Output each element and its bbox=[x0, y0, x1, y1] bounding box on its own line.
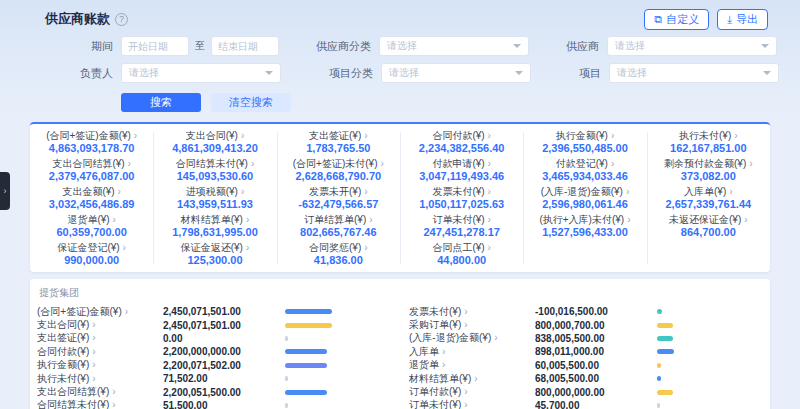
chevron-right-icon bbox=[746, 158, 752, 169]
metric-row[interactable]: 合同付款(¥) 2,200,000,000.00 bbox=[37, 345, 391, 358]
kpi-label: 支出金额(¥) bbox=[62, 186, 114, 197]
kpi-value: 4,861,309,413.20 bbox=[159, 142, 270, 154]
metric-value: 45,700.00 bbox=[535, 400, 657, 409]
kpi-value: 1,527,596,433.00 bbox=[529, 226, 640, 238]
metric-row[interactable]: (合同+签证)金额(¥) 2,450,071,501.00 bbox=[37, 305, 391, 318]
page-header: 供应商账款 ? ⧉ 自定义 ⤓ 导出 bbox=[30, 0, 770, 30]
metric-row[interactable]: 订单付款(¥) 800,000,000.00 bbox=[409, 385, 763, 398]
project-select[interactable]: 请选择 bbox=[609, 63, 779, 83]
kpi-cell[interactable]: 执行未付(¥) 162,167,851.00 bbox=[647, 128, 770, 156]
metric-bar bbox=[285, 336, 288, 341]
kpi-cell[interactable]: 支出签证(¥) 1,783,765.50 bbox=[277, 128, 400, 156]
chevron-right-icon bbox=[109, 386, 115, 397]
metric-value: 838,005,500.00 bbox=[535, 333, 657, 344]
metric-bar-track bbox=[657, 309, 763, 314]
kpi-cell[interactable]: (合同+签证)金额(¥) 4,863,093,178.70 bbox=[30, 128, 153, 156]
kpi-cell[interactable]: 执行金额(¥) 2,396,550,485.00 bbox=[523, 128, 646, 156]
kpi-label: 合同付款(¥) bbox=[432, 130, 484, 141]
kpi-cell[interactable]: 付款申请(¥) 3,047,119,493.46 bbox=[400, 156, 523, 184]
project-category-filter: 项目分类 请选择 bbox=[303, 63, 531, 83]
kpi-cell[interactable]: (合同+签证)未付(¥) 2,628,668,790.70 bbox=[277, 156, 400, 184]
metric-label: 材料结算单(¥) bbox=[409, 373, 471, 384]
metric-bar-track bbox=[285, 403, 391, 408]
kpi-cell[interactable]: 合同奖惩(¥) 41,836.00 bbox=[277, 240, 400, 268]
metric-row[interactable]: 支出合同结算(¥) 2,200,051,500.00 bbox=[37, 385, 391, 398]
group-metrics-right: 发票未付(¥) -100,016,500.00 采购订单(¥) 800,000,… bbox=[409, 305, 763, 409]
chevron-right-icon: › bbox=[4, 186, 7, 196]
kpi-cell[interactable]: 未返还保证金(¥) 864,700.00 bbox=[647, 212, 770, 240]
metric-row[interactable]: 支出签证(¥) 0.00 bbox=[37, 332, 391, 345]
metric-row[interactable]: 合同结算未付(¥) 51,500.00 bbox=[37, 399, 391, 409]
customize-button[interactable]: ⧉ 自定义 bbox=[644, 9, 709, 30]
kpi-cell[interactable]: 合同付款(¥) 2,234,382,556.40 bbox=[400, 128, 523, 156]
kpi-cell[interactable]: 订单结算单(¥) 802,665,767.46 bbox=[277, 212, 400, 240]
kpi-value: 1,783,765.50 bbox=[283, 142, 394, 154]
kpi-cell[interactable]: 材料结算单(¥) 1,798,631,995.00 bbox=[153, 212, 276, 240]
kpi-label: 合同结算未付(¥) bbox=[176, 158, 248, 169]
chevron-right-icon bbox=[378, 158, 384, 169]
kpi-value: -632,479,566.57 bbox=[283, 198, 394, 210]
kpi-cell[interactable]: 剩余预付款金额(¥) 373,082.00 bbox=[647, 156, 770, 184]
metric-row[interactable]: (入库-退货)金额(¥) 838,005,500.00 bbox=[409, 332, 763, 345]
kpi-value: 373,082.00 bbox=[653, 170, 764, 182]
owner-select[interactable]: 请选择 bbox=[121, 63, 281, 83]
clear-search-button[interactable]: 清空搜索 bbox=[211, 93, 291, 112]
metric-row[interactable]: 采购订单(¥) 800,000,700.00 bbox=[409, 318, 763, 331]
kpi-value: 41,836.00 bbox=[283, 254, 394, 266]
kpi-cell[interactable]: 进项税额(¥) 143,959,511.93 bbox=[153, 184, 276, 212]
chevron-right-icon bbox=[624, 214, 630, 225]
chevron-right-icon bbox=[115, 186, 121, 197]
side-drawer-handle[interactable]: › bbox=[0, 172, 10, 210]
kpi-cell[interactable]: 退货单(¥) 60,359,700.00 bbox=[30, 212, 153, 240]
project-category-select[interactable]: 请选择 bbox=[381, 63, 531, 83]
metric-label: 执行金额(¥) bbox=[37, 359, 89, 370]
metric-bar bbox=[285, 403, 288, 408]
chevron-right-icon bbox=[109, 399, 115, 409]
metric-row[interactable]: 支出合同(¥) 2,450,071,501.00 bbox=[37, 318, 391, 331]
kpi-label: 发票未付(¥) bbox=[432, 186, 484, 197]
metric-value: 51,500.00 bbox=[163, 400, 285, 409]
end-date-input[interactable] bbox=[211, 36, 279, 56]
help-icon[interactable]: ? bbox=[115, 13, 128, 26]
metric-bar-track bbox=[657, 390, 763, 395]
kpi-cell[interactable]: 订单未付(¥) 247,451,278.17 bbox=[400, 212, 523, 240]
kpi-cell[interactable]: 支出合同结算(¥) 2,379,476,087.00 bbox=[30, 156, 153, 184]
metric-bar bbox=[285, 363, 327, 368]
chevron-right-icon bbox=[243, 214, 249, 225]
chevron-right-icon bbox=[731, 130, 737, 141]
metric-bar bbox=[285, 323, 332, 328]
kpi-cell[interactable]: 发票未付(¥) 1,050,117,025.63 bbox=[400, 184, 523, 212]
kpi-cell[interactable]: 支出金额(¥) 3,032,456,486.89 bbox=[30, 184, 153, 212]
kpi-cell[interactable]: 入库单(¥) 2,657,339,761.44 bbox=[647, 184, 770, 212]
start-date-input[interactable] bbox=[121, 36, 189, 56]
metric-row[interactable]: 订单未付(¥) 45,700.00 bbox=[409, 399, 763, 409]
supplier-category-select[interactable]: 请选择 bbox=[379, 36, 529, 56]
kpi-cell[interactable]: 支出合同(¥) 4,861,309,413.20 bbox=[153, 128, 276, 156]
chevron-down-icon bbox=[515, 71, 523, 75]
kpi-cell[interactable]: 合同结算未付(¥) 145,093,530.60 bbox=[153, 156, 276, 184]
chevron-right-icon bbox=[439, 359, 445, 370]
kpi-label: 订单未付(¥) bbox=[432, 214, 484, 225]
kpi-cell[interactable]: 保证金返还(¥) 125,300.00 bbox=[153, 240, 276, 268]
column-divider bbox=[153, 132, 154, 264]
kpi-cell[interactable]: 发票未开(¥) -632,479,566.57 bbox=[277, 184, 400, 212]
metric-row[interactable]: 材料结算单(¥) 68,005,500.00 bbox=[409, 372, 763, 385]
kpi-cell[interactable]: (执行+入库)未付(¥) 1,527,596,433.00 bbox=[523, 212, 646, 240]
kpi-label: 发票未开(¥) bbox=[309, 186, 361, 197]
search-button[interactable]: 搜索 bbox=[121, 93, 201, 112]
metric-row[interactable]: 发票未付(¥) -100,016,500.00 bbox=[409, 305, 763, 318]
export-button[interactable]: ⤓ 导出 bbox=[717, 9, 768, 30]
metric-label: 发票未付(¥) bbox=[409, 306, 461, 317]
metric-row[interactable]: 执行未付(¥) 71,502.00 bbox=[37, 372, 391, 385]
metric-bar-track bbox=[657, 363, 763, 368]
metric-row[interactable]: 执行金额(¥) 2,200,071,502.00 bbox=[37, 359, 391, 372]
metric-row[interactable]: 退货单 60,005,500.00 bbox=[409, 359, 763, 372]
metric-label: 采购订单(¥) bbox=[409, 319, 461, 330]
kpi-cell[interactable]: 合同点工(¥) 44,800.00 bbox=[400, 240, 523, 268]
customize-button-label: 自定义 bbox=[666, 12, 699, 27]
kpi-cell[interactable]: 付款登记(¥) 3,465,934,033.46 bbox=[523, 156, 646, 184]
kpi-cell[interactable]: 保证金登记(¥) 990,000.00 bbox=[30, 240, 153, 268]
kpi-cell[interactable]: (入库-退货)金额(¥) 2,596,980,061.46 bbox=[523, 184, 646, 212]
metric-row[interactable]: 入库单 898,011,000.00 bbox=[409, 345, 763, 358]
supplier-select[interactable]: 请选择 bbox=[607, 36, 777, 56]
